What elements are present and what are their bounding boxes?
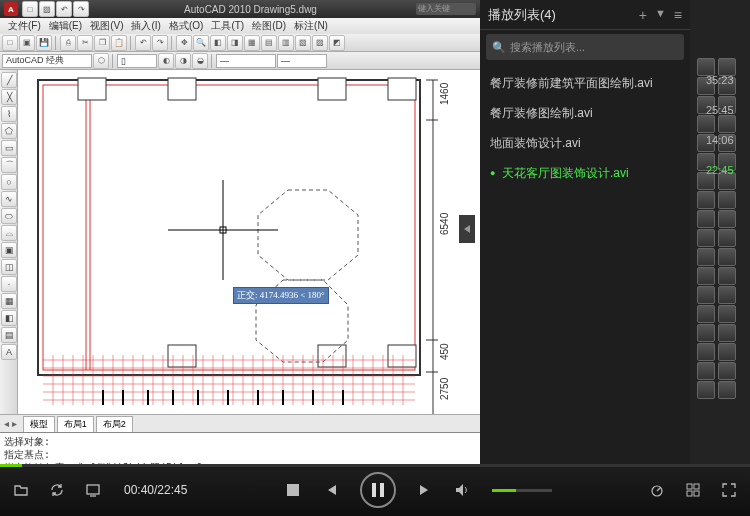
spline-tool[interactable]: ∿ (1, 191, 17, 207)
playlist-item[interactable]: 餐厅装修前建筑平面图绘制.avi (480, 68, 690, 98)
dim-tool[interactable] (718, 267, 736, 285)
tool-button[interactable]: ◐ (158, 53, 174, 69)
stop-button[interactable] (284, 481, 302, 499)
mtext-tool[interactable]: A (1, 344, 17, 360)
modify-tool[interactable] (697, 229, 715, 247)
playlist-item-current[interactable]: ● 天花客厅图装饰设计.avi (480, 158, 690, 188)
make-block-tool[interactable]: ◫ (1, 259, 17, 275)
workspace-dropdown[interactable]: AutoCAD 经典 (2, 54, 92, 68)
undo-button[interactable]: ↶ (135, 35, 151, 51)
table-tool[interactable]: ▤ (1, 327, 17, 343)
tool-button[interactable]: ▥ (278, 35, 294, 51)
qat-button[interactable]: ↷ (73, 1, 89, 17)
layer-dropdown[interactable]: ▯ (117, 54, 157, 68)
cut-button[interactable]: ✂ (77, 35, 93, 51)
menu-icon[interactable]: ≡ (674, 7, 682, 23)
tool-button[interactable]: ◩ (329, 35, 345, 51)
dim-tool[interactable] (718, 362, 736, 380)
modify-tool[interactable] (697, 362, 715, 380)
menu-format[interactable]: 格式(O) (165, 19, 207, 33)
menu-file[interactable]: 文件(F) (4, 19, 45, 33)
insert-block-tool[interactable]: ▣ (1, 242, 17, 258)
modify-tool[interactable] (697, 305, 715, 323)
paste-button[interactable]: 📋 (111, 35, 127, 51)
volume-icon[interactable] (454, 481, 472, 499)
save-button[interactable]: 💾 (36, 35, 52, 51)
pan-button[interactable]: ✥ (176, 35, 192, 51)
dim-tool[interactable] (718, 381, 736, 399)
modify-tool[interactable] (697, 248, 715, 266)
playlist-item[interactable]: 餐厅装修图绘制.avi (480, 98, 690, 128)
point-tool[interactable]: · (1, 276, 17, 292)
zoom-button[interactable]: 🔍 (193, 35, 209, 51)
progress-track[interactable] (0, 464, 750, 467)
redo-button[interactable]: ↷ (152, 35, 168, 51)
dim-tool[interactable] (718, 229, 736, 247)
polygon-tool[interactable]: ⬠ (1, 123, 17, 139)
ellipse-tool[interactable]: ⬭ (1, 208, 17, 224)
autocad-drawing-canvas[interactable]: 1460 6540 450 2750 (18, 70, 480, 414)
cast-icon[interactable] (84, 481, 102, 499)
playlist-item[interactable]: 地面装饰设计.avi (480, 128, 690, 158)
fullscreen-icon[interactable] (720, 481, 738, 499)
region-tool[interactable]: ◧ (1, 310, 17, 326)
add-to-playlist-icon[interactable]: + (639, 7, 647, 23)
lineweight-dropdown[interactable]: — (277, 54, 327, 68)
help-search-input[interactable]: 键入关键 (416, 3, 476, 15)
linetype-dropdown[interactable]: — (216, 54, 276, 68)
print-button[interactable]: ⎙ (60, 35, 76, 51)
modify-tool[interactable] (697, 210, 715, 228)
speed-icon[interactable] (648, 481, 666, 499)
menu-view[interactable]: 视图(V) (86, 19, 127, 33)
playlist-search-input[interactable]: 🔍 搜索播放列表... (486, 34, 684, 60)
modify-tool[interactable] (697, 267, 715, 285)
circle-tool[interactable]: ○ (1, 174, 17, 190)
dim-tool[interactable] (718, 343, 736, 361)
loop-icon[interactable] (48, 481, 66, 499)
tool-button[interactable]: ◨ (227, 35, 243, 51)
settings-icon[interactable] (684, 481, 702, 499)
tool-button[interactable]: ◒ (192, 53, 208, 69)
arc-tool[interactable]: ⌒ (1, 157, 17, 173)
modify-tool[interactable] (697, 381, 715, 399)
tool-button[interactable]: ⬡ (93, 53, 109, 69)
qat-button[interactable]: ↶ (56, 1, 72, 17)
modify-tool[interactable] (697, 324, 715, 342)
copy-button[interactable]: ❐ (94, 35, 110, 51)
modify-tool[interactable] (697, 191, 715, 209)
filter-icon[interactable]: ▼ (655, 7, 666, 23)
playlist-drag-handle[interactable] (459, 215, 475, 243)
dim-tool[interactable] (718, 305, 736, 323)
menu-tools[interactable]: 工具(T) (207, 19, 248, 33)
tool-button[interactable]: ▤ (261, 35, 277, 51)
next-button[interactable] (416, 481, 434, 499)
dim-tool[interactable] (718, 286, 736, 304)
tab-layout2[interactable]: 布局2 (96, 416, 133, 432)
tool-button[interactable]: ▨ (312, 35, 328, 51)
modify-tool[interactable] (697, 286, 715, 304)
menu-edit[interactable]: 编辑(E) (45, 19, 86, 33)
tab-layout1[interactable]: 布局1 (57, 416, 94, 432)
dim-tool[interactable] (718, 191, 736, 209)
tool-button[interactable]: ▦ (244, 35, 260, 51)
menu-draw[interactable]: 绘图(D) (248, 19, 290, 33)
dim-tool[interactable] (718, 210, 736, 228)
construction-line-tool[interactable]: ╳ (1, 89, 17, 105)
modify-tool[interactable] (697, 343, 715, 361)
tool-button[interactable]: ▧ (295, 35, 311, 51)
tool-button[interactable]: ◧ (210, 35, 226, 51)
open-button[interactable]: ▣ (19, 35, 35, 51)
dim-tool[interactable] (718, 248, 736, 266)
menu-insert[interactable]: 插入(I) (127, 19, 164, 33)
volume-slider[interactable] (492, 489, 552, 492)
play-pause-button[interactable] (360, 472, 396, 508)
qat-button[interactable]: ▨ (39, 1, 55, 17)
tool-button[interactable]: ◑ (175, 53, 191, 69)
line-tool[interactable]: ╱ (1, 72, 17, 88)
rectangle-tool[interactable]: ▭ (1, 140, 17, 156)
menu-dimension[interactable]: 标注(N) (290, 19, 332, 33)
ellipse-arc-tool[interactable]: ⌓ (1, 225, 17, 241)
tab-model[interactable]: 模型 (23, 416, 55, 432)
open-file-icon[interactable] (12, 481, 30, 499)
dim-tool[interactable] (718, 324, 736, 342)
